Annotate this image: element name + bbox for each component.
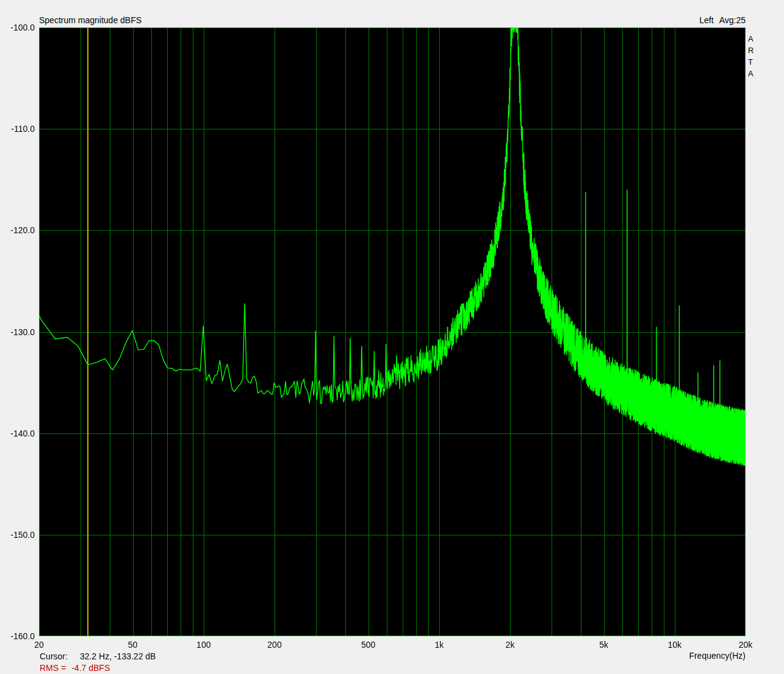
arta-spectrum-window: Spectrum magnitude dBFS LeftAvg:25 ARTA … <box>0 0 784 674</box>
rms-readout: RMS =-4.7 dBFS <box>40 663 110 673</box>
cursor-label: Cursor: <box>40 651 68 661</box>
y-tick-label: -120.0 <box>0 225 35 235</box>
x-tick-label: 1k <box>417 640 461 650</box>
x-tick-label: 20k <box>724 640 768 650</box>
x-tick-label: 20 <box>17 640 61 650</box>
x-tick-label: 100 <box>182 640 226 650</box>
y-tick-label: -130.0 <box>0 327 35 337</box>
spectrum-plot-canvas[interactable] <box>39 27 746 636</box>
rms-value: -4.7 dBFS <box>71 663 110 673</box>
y-tick-label: -110.0 <box>0 124 35 134</box>
x-tick-label: 50 <box>111 640 155 650</box>
average-count-label: Avg:25 <box>719 15 746 25</box>
channel-label: Left <box>699 15 713 25</box>
x-tick-label: 500 <box>347 640 390 650</box>
x-tick-label: 10k <box>653 640 697 650</box>
plot-title: Spectrum magnitude dBFS <box>39 15 142 25</box>
y-tick-label: -160.0 <box>0 631 35 641</box>
y-tick-label: -100.0 <box>0 23 35 32</box>
cursor-readout: Cursor:32.2 Hz, -133.22 dB <box>40 651 156 661</box>
x-tick-label: 5k <box>582 640 626 650</box>
arta-watermark: ARTA <box>748 33 753 79</box>
x-tick-label: 200 <box>253 640 297 650</box>
rms-label: RMS = <box>40 663 66 673</box>
y-tick-label: -140.0 <box>0 429 35 438</box>
x-tick-label: 2k <box>488 640 532 650</box>
cursor-value: 32.2 Hz, -133.22 dB <box>80 651 156 661</box>
y-tick-label: -150.0 <box>0 530 35 540</box>
channel-average-info: LeftAvg:25 <box>610 15 746 25</box>
x-axis-title: Frequency(Hz) <box>549 651 746 661</box>
